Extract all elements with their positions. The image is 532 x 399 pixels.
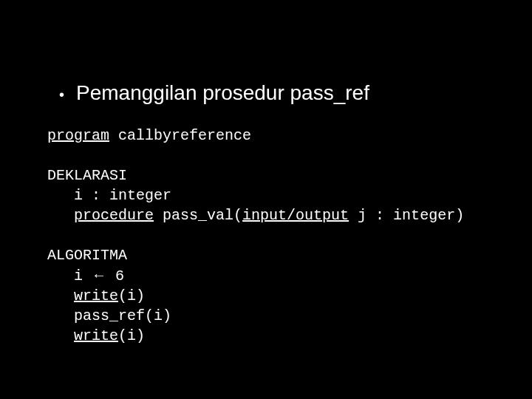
code-block: program callbyreference DEKLARASI i : in… bbox=[47, 126, 495, 346]
code-indent bbox=[47, 327, 74, 344]
code-text: callbyreference bbox=[109, 127, 251, 144]
code-text: i : integer bbox=[47, 187, 171, 204]
code-text: pass_ref(i) bbox=[47, 307, 171, 324]
code-text: (i) bbox=[118, 287, 145, 304]
bullet-text: Pemanggilan prosedur pass_ref bbox=[76, 81, 369, 105]
kw-write: write bbox=[74, 327, 118, 344]
bullet-dot-icon: • bbox=[59, 87, 64, 102]
slide: • Pemanggilan prosedur pass_ref program … bbox=[0, 0, 532, 399]
code-indent bbox=[47, 287, 74, 304]
kw-write: write bbox=[74, 287, 118, 304]
code-text: 6 bbox=[106, 267, 124, 284]
kw-io: input/output bbox=[242, 207, 349, 224]
code-text: DEKLARASI bbox=[47, 167, 127, 184]
code-text: ALGORITMA bbox=[47, 247, 127, 264]
code-text: pass_val( bbox=[154, 207, 242, 224]
code-text: j : integer) bbox=[349, 207, 464, 224]
bullet-row: • Pemanggilan prosedur pass_ref bbox=[37, 81, 495, 105]
kw-program: program bbox=[47, 127, 109, 144]
code-indent: i bbox=[47, 267, 92, 284]
kw-procedure: procedure bbox=[74, 207, 154, 224]
code-indent bbox=[47, 207, 74, 224]
code-text: (i) bbox=[118, 327, 145, 344]
assign-arrow-icon: ← bbox=[92, 267, 106, 283]
